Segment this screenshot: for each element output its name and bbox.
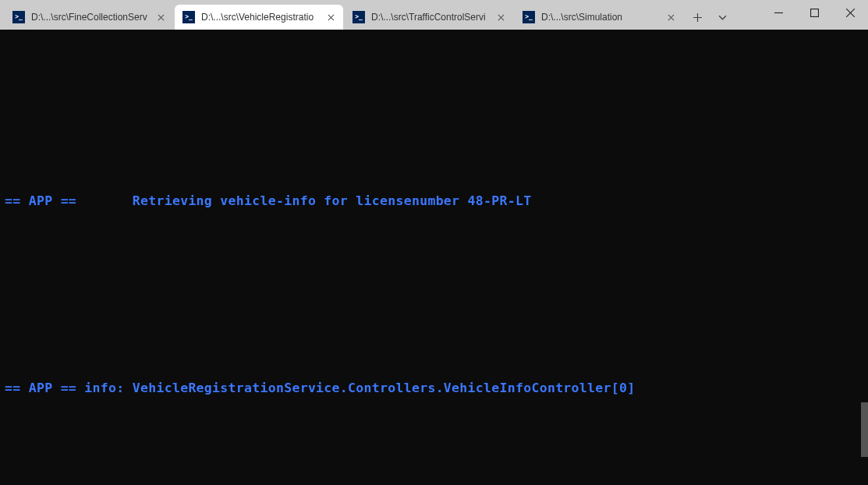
svg-rect-0 xyxy=(810,9,818,16)
powershell-icon xyxy=(182,11,195,23)
close-button[interactable] xyxy=(832,0,868,25)
terminal-pane[interactable]: == APP == Retrieving vehicle-info for li… xyxy=(0,30,868,485)
chevron-down-icon xyxy=(718,15,727,20)
scrollbar-thumb[interactable] xyxy=(861,402,868,457)
tabs-container: D:\...\src\FineCollectionServ D:\...\src… xyxy=(0,0,760,30)
close-icon xyxy=(668,14,675,21)
close-icon xyxy=(846,9,855,17)
tab-title: D:\...\src\FineCollectionServ xyxy=(31,12,151,23)
tab-close-button[interactable] xyxy=(664,11,677,23)
terminal-window: D:\...\src\FineCollectionServ D:\...\src… xyxy=(0,0,868,485)
log-line xyxy=(5,466,863,485)
minimize-button[interactable] xyxy=(760,0,796,25)
tab-close-button[interactable] xyxy=(494,11,507,23)
minimize-icon xyxy=(774,9,783,17)
log-line xyxy=(5,279,863,310)
tab-title: D:\...\src\Simulation xyxy=(541,12,661,23)
log-line: == APP == info: VehicleRegistrationServi… xyxy=(5,373,863,404)
close-icon xyxy=(328,14,335,21)
tab-fine-collection[interactable]: D:\...\src\FineCollectionServ xyxy=(5,5,173,30)
powershell-icon xyxy=(523,11,535,23)
close-icon xyxy=(498,14,505,21)
tab-simulation[interactable]: D:\...\src\Simulation xyxy=(515,5,683,30)
powershell-icon xyxy=(12,11,25,23)
tab-vehicle-registration[interactable]: D:\...\src\VehicleRegistratio xyxy=(175,5,343,30)
log-line: == APP == Retrieving vehicle-info for li… xyxy=(5,186,863,217)
tab-close-button[interactable] xyxy=(324,11,337,23)
tab-traffic-control[interactable]: D:\...\src\TrafficControlServi xyxy=(345,5,513,30)
tab-close-button[interactable] xyxy=(154,11,167,23)
tab-title: D:\...\src\TrafficControlServi xyxy=(371,12,491,23)
maximize-button[interactable] xyxy=(796,0,832,25)
tab-dropdown-button[interactable] xyxy=(710,5,735,30)
maximize-icon xyxy=(810,9,819,17)
powershell-icon xyxy=(353,11,365,23)
close-icon xyxy=(158,14,165,21)
new-tab-button[interactable] xyxy=(685,5,710,30)
plus-icon xyxy=(693,13,702,22)
window-controls xyxy=(760,0,868,30)
terminal-output: == APP == Retrieving vehicle-info for li… xyxy=(5,30,863,485)
titlebar: D:\...\src\FineCollectionServ D:\...\src… xyxy=(0,0,868,30)
tab-title: D:\...\src\VehicleRegistratio xyxy=(201,12,321,23)
log-line xyxy=(5,92,863,123)
